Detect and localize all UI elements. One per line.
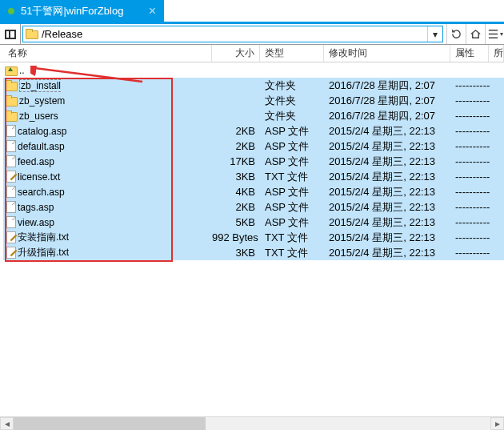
folder-icon xyxy=(5,111,18,122)
file-row[interactable]: 安装指南.txt992 BytesTXT 文件2015/2/4 星期三, 22:… xyxy=(3,230,504,245)
path-input[interactable]: /Release ▾ xyxy=(22,26,443,42)
file-row[interactable]: license.txt3KBTXT 文件2015/2/4 星期三, 22:13-… xyxy=(3,169,504,184)
file-list: .. zb_install文件夹2016/7/28 星期四, 2:07-----… xyxy=(0,62,504,413)
home-icon xyxy=(470,28,482,40)
refresh-button[interactable] xyxy=(446,24,466,44)
txt-file-icon xyxy=(6,247,16,259)
view-mode-button[interactable]: ▾ xyxy=(485,24,504,44)
dropdown-icon[interactable]: ▾ xyxy=(427,26,442,42)
file-row[interactable]: zb_users文件夹2016/7/28 星期四, 2:07---------- xyxy=(3,108,504,123)
file-attr: ---------- xyxy=(450,171,489,183)
column-size[interactable]: 大小 xyxy=(212,45,260,62)
file-size: 5KB xyxy=(212,216,260,228)
file-type: TXT 文件 xyxy=(260,170,324,184)
file-name: default.asp xyxy=(18,141,65,152)
parent-dir-row[interactable]: .. xyxy=(3,62,504,78)
folder-up-icon xyxy=(5,65,18,76)
refresh-icon xyxy=(450,28,462,40)
column-type[interactable]: 类型 xyxy=(260,45,324,62)
file-row[interactable]: search.asp4KBASP 文件2015/2/4 星期三, 22:13--… xyxy=(3,184,504,199)
home-button[interactable] xyxy=(466,24,485,44)
column-headers: 名称 大小 类型 修改时间 属性 所 xyxy=(0,45,504,62)
txt-file-icon xyxy=(6,231,16,243)
parent-dir-name: .. xyxy=(19,65,25,76)
file-icon xyxy=(6,216,16,228)
file-row[interactable]: zb_install文件夹2016/7/28 星期四, 2:07--------… xyxy=(3,78,504,93)
file-type: ASP 文件 xyxy=(260,185,324,199)
file-row[interactable]: tags.asp2KBASP 文件2015/2/4 星期三, 22:13----… xyxy=(3,199,504,215)
tab-bar: 51干警网|winForZblog × xyxy=(0,0,504,24)
file-attr: ---------- xyxy=(450,201,489,213)
file-row[interactable]: default.asp2KBASP 文件2015/2/4 星期三, 22:13-… xyxy=(3,139,504,154)
scroll-track[interactable] xyxy=(14,417,490,430)
file-row[interactable]: 升级指南.txt3KBTXT 文件2015/2/4 星期三, 22:13----… xyxy=(3,245,504,260)
folder-icon xyxy=(5,80,18,91)
file-icon xyxy=(6,155,16,167)
layout-toggle-button[interactable] xyxy=(0,24,21,44)
file-name: view.asp xyxy=(18,217,54,228)
file-size: 2KB xyxy=(212,140,260,152)
file-size: 992 Bytes xyxy=(212,231,260,243)
file-modified: 2015/2/4 星期三, 22:13 xyxy=(324,155,450,169)
file-attr: ---------- xyxy=(450,110,489,122)
txt-file-icon xyxy=(6,171,16,183)
file-icon xyxy=(6,201,16,213)
file-icon xyxy=(6,140,16,152)
column-name[interactable]: 名称 xyxy=(3,45,212,62)
scroll-right-button[interactable]: ▸ xyxy=(490,417,504,430)
file-modified: 2015/2/4 星期三, 22:13 xyxy=(324,124,450,139)
file-modified: 2015/2/4 星期三, 22:13 xyxy=(324,231,450,245)
file-name: 安装指南.txt xyxy=(18,231,69,244)
file-type: ASP 文件 xyxy=(260,139,324,154)
file-attr: ---------- xyxy=(450,247,489,259)
file-type: ASP 文件 xyxy=(260,215,324,230)
scroll-thumb[interactable] xyxy=(14,417,206,430)
column-modified[interactable]: 修改时间 xyxy=(324,45,450,62)
list-icon xyxy=(487,28,499,40)
file-modified: 2015/2/4 星期三, 22:13 xyxy=(324,185,450,199)
file-row[interactable]: view.asp5KBASP 文件2015/2/4 星期三, 22:13----… xyxy=(3,215,504,230)
file-row[interactable]: zb_system文件夹2016/7/28 星期四, 2:07---------… xyxy=(3,93,504,108)
file-size: 3KB xyxy=(212,247,260,259)
file-type: 文件夹 xyxy=(260,109,324,123)
file-size: 3KB xyxy=(212,171,260,183)
close-icon[interactable]: × xyxy=(147,4,158,18)
file-type: TXT 文件 xyxy=(260,246,324,260)
file-attr: ---------- xyxy=(450,231,489,243)
toolbar-buttons: ▾ xyxy=(446,24,504,44)
file-attr: ---------- xyxy=(450,155,489,167)
folder-icon xyxy=(26,29,38,39)
file-type: 文件夹 xyxy=(260,94,324,108)
file-size: 4KB xyxy=(212,186,260,198)
file-name: search.asp xyxy=(18,187,65,198)
file-modified: 2015/2/4 星期三, 22:13 xyxy=(324,246,450,260)
tab-title: 51干警网|winForZblog xyxy=(21,4,141,18)
horizontal-scrollbar[interactable]: ◂ ▸ xyxy=(0,416,504,430)
file-name: zb_system xyxy=(19,95,65,106)
column-extra[interactable]: 所 xyxy=(489,45,504,62)
file-row[interactable]: catalog.asp2KBASP 文件2015/2/4 星期三, 22:13-… xyxy=(3,123,504,139)
file-name: 升级指南.txt xyxy=(18,246,69,259)
file-name: catalog.asp xyxy=(18,126,66,137)
column-attr[interactable]: 属性 xyxy=(450,45,489,62)
file-icon xyxy=(6,125,16,137)
file-modified: 2015/2/4 星期三, 22:13 xyxy=(324,215,450,230)
file-modified: 2016/7/28 星期四, 2:07 xyxy=(324,109,450,123)
scroll-left-button[interactable]: ◂ xyxy=(0,417,14,430)
file-attr: ---------- xyxy=(450,140,489,152)
file-modified: 2015/2/4 星期三, 22:13 xyxy=(324,139,450,154)
file-attr: ---------- xyxy=(450,186,489,198)
connection-tab[interactable]: 51干警网|winForZblog × xyxy=(0,0,164,22)
file-name: license.txt xyxy=(18,171,60,183)
file-name: tags.asp xyxy=(18,202,54,213)
file-size: 2KB xyxy=(212,125,260,137)
file-modified: 2016/7/28 星期四, 2:07 xyxy=(324,78,450,93)
ftp-client-window: 51干警网|winForZblog × /Release ▾ ▾ 名称 大小 xyxy=(0,0,504,430)
file-type: 文件夹 xyxy=(260,78,324,93)
path-text: /Release xyxy=(42,28,82,40)
layout-icon xyxy=(5,30,16,39)
file-size: 17KB xyxy=(212,155,260,167)
file-row[interactable]: feed.asp17KBASP 文件2015/2/4 星期三, 22:13---… xyxy=(3,154,504,169)
file-name: zb_users xyxy=(19,111,58,122)
file-modified: 2015/2/4 星期三, 22:13 xyxy=(324,200,450,215)
